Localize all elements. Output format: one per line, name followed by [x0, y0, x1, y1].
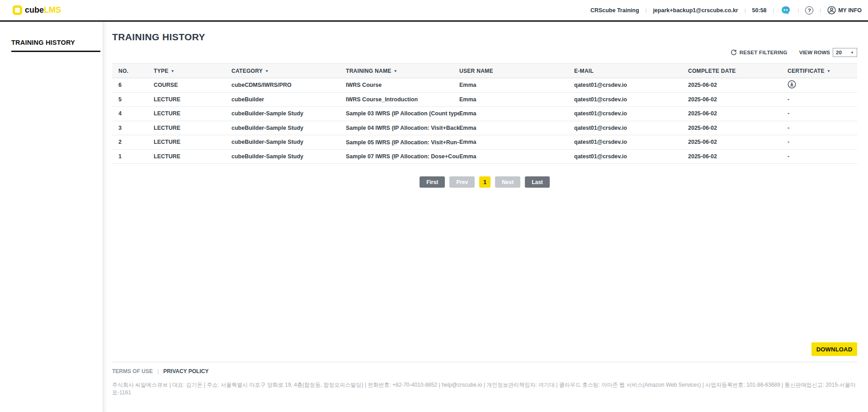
privacy-policy-link[interactable]: PRIVACY POLICY	[163, 368, 208, 374]
cell-user_name: Emma	[459, 121, 574, 135]
table-row: 1LECTUREcubeBuilder-Sample StudySample 0…	[112, 149, 857, 164]
help-icon[interactable]: ?	[805, 6, 813, 14]
logo-text-cube: cube	[25, 5, 44, 14]
cell-no: 3	[112, 121, 154, 135]
sidebar-item-training-history[interactable]: TRAINING HISTORY	[11, 38, 100, 52]
cell-training_name: Sample 05 IWRS (IP Allocation: Visit+Run…	[346, 135, 459, 150]
my-info-button[interactable]: MY INFO	[827, 6, 862, 14]
pagination: First Prev 1 Next Last	[112, 176, 857, 188]
cell-category: cubeCDMS/IWRS/PRO	[231, 78, 346, 93]
cell-type: LECTURE	[154, 92, 231, 107]
table-header-row: NO.TYPE▼CATEGORY▼TRAINING NAME▼USER NAME…	[112, 64, 857, 78]
my-info-label: MY INFO	[838, 7, 862, 14]
cell-certificate: -	[788, 135, 857, 150]
cell-category: cubeBuilder-Sample Study	[231, 121, 346, 135]
cell-training_name: IWRS Course_Introduction	[346, 92, 459, 107]
cell-no: 2	[112, 135, 154, 150]
column-header-complete_date: COMPLETE DATE	[688, 64, 788, 78]
pagination-page-1-button[interactable]: 1	[479, 176, 491, 188]
cell-certificate: -	[788, 149, 857, 164]
cell-type: COURSE	[154, 78, 231, 93]
table-controls: RESET FILTERING VIEW ROWS 20 ▼	[731, 48, 857, 57]
cell-type: LECTURE	[154, 121, 231, 135]
sort-filter-arrow-icon: ▼	[827, 69, 831, 73]
separator: |	[157, 368, 159, 374]
cell-email: qatest01@crsdev.io	[574, 135, 688, 150]
reset-filtering-label: RESET FILTERING	[740, 50, 788, 55]
table-row: 5LECTUREcubeBuilderIWRS Course_Introduct…	[112, 92, 857, 107]
chevron-down-icon: ▼	[850, 51, 854, 55]
main-content: TRAINING HISTORY RESET FILTERING VIEW RO…	[103, 22, 868, 412]
cell-user_name: Emma	[459, 135, 574, 150]
company-info-text: 주식회사 씨알에스큐브 | 대표: 김기돈 | 주소: 서울특별시 마포구 양화…	[112, 381, 857, 397]
cell-category: cubeBuilder-Sample Study	[231, 135, 346, 150]
column-header-email: E-MAIL	[574, 64, 688, 78]
cell-certificate: -	[788, 121, 857, 135]
logo-text: cubeLMS	[25, 5, 61, 15]
certificate-download-icon[interactable]	[788, 80, 796, 90]
column-header-user_name: USER NAME	[459, 64, 574, 78]
chatbot-icon[interactable]	[780, 5, 791, 16]
sidebar-item-label: TRAINING HISTORY	[11, 39, 75, 46]
cell-complete_date: 2025-06-02	[688, 149, 788, 164]
cell-complete_date: 2025-06-02	[688, 135, 788, 150]
topbar-right-group: CRScube Training | jepark+backup1@crscub…	[590, 5, 862, 16]
terms-of-use-link[interactable]: TERMS OF USE	[112, 368, 153, 374]
column-header-no: NO.	[112, 64, 154, 78]
separator: |	[797, 8, 799, 13]
cell-complete_date: 2025-06-02	[688, 121, 788, 135]
column-header-type[interactable]: TYPE▼	[154, 64, 231, 78]
cell-user_name: Emma	[459, 78, 574, 93]
cubelms-logo[interactable]: cubeLMS	[13, 5, 61, 15]
cell-user_name: Emma	[459, 149, 574, 164]
top-header-bar: cubeLMS CRScube Training | jepark+backup…	[0, 0, 868, 22]
view-rows-select[interactable]: 20 ▼	[833, 48, 857, 57]
footer: TERMS OF USE | PRIVACY POLICY 주식회사 씨알에스큐…	[112, 362, 857, 412]
column-header-certificate[interactable]: CERTIFICATE▼	[788, 64, 857, 78]
table-row: 4LECTUREcubeBuilder-Sample StudySample 0…	[112, 107, 857, 121]
table-row: 3LECTUREcubeBuilder-Sample StudySample 0…	[112, 121, 857, 135]
page-title: TRAINING HISTORY	[112, 31, 857, 43]
org-name: CRScube Training	[590, 7, 639, 14]
download-button[interactable]: DOWNLOAD	[811, 342, 857, 356]
view-rows-control: VIEW ROWS 20 ▼	[799, 48, 857, 57]
cell-training_name: Sample 03 IWRS (IP Allocation (Count typ…	[346, 107, 459, 121]
cell-type: LECTURE	[154, 149, 231, 164]
cell-no: 4	[112, 107, 154, 121]
column-header-category[interactable]: CATEGORY▼	[231, 64, 346, 78]
cell-user_name: Emma	[459, 107, 574, 121]
cell-no: 6	[112, 78, 154, 93]
pagination-next-button[interactable]: Next	[495, 176, 520, 188]
cell-email: qatest01@crsdev.io	[574, 107, 688, 121]
table-row: 2LECTUREcubeBuilder-Sample StudySample 0…	[112, 135, 857, 150]
page: cubeLMS CRScube Training | jepark+backup…	[0, 0, 868, 412]
cell-category: cubeBuilder-Sample Study	[231, 149, 346, 164]
cell-no: 1	[112, 149, 154, 164]
view-rows-value: 20	[836, 50, 842, 55]
cell-training_name: IWRS Course	[346, 78, 459, 93]
session-timer: 50:58	[752, 7, 767, 14]
reset-filtering-button[interactable]: RESET FILTERING	[731, 49, 788, 56]
pagination-last-button[interactable]: Last	[525, 176, 550, 188]
pagination-prev-button[interactable]: Prev	[449, 176, 475, 188]
sort-filter-arrow-icon: ▼	[394, 69, 398, 73]
cell-user_name: Emma	[459, 92, 574, 107]
cell-certificate: -	[788, 107, 857, 121]
cell-type: LECTURE	[154, 107, 231, 121]
main-header-row: TRAINING HISTORY RESET FILTERING VIEW RO…	[112, 31, 857, 63]
cell-email: qatest01@crsdev.io	[574, 121, 688, 135]
refresh-icon	[731, 49, 737, 56]
cell-complete_date: 2025-06-02	[688, 78, 788, 93]
cell-category: cubeBuilder	[231, 92, 346, 107]
cell-category: cubeBuilder-Sample Study	[231, 107, 346, 121]
cell-no: 5	[112, 92, 154, 107]
column-header-training_name[interactable]: TRAINING NAME▼	[346, 64, 459, 78]
pagination-first-button[interactable]: First	[420, 176, 445, 188]
cell-complete_date: 2025-06-02	[688, 107, 788, 121]
table-row: 6COURSEcubeCDMS/IWRS/PROIWRS CourseEmmaq…	[112, 78, 857, 93]
table-body: 6COURSEcubeCDMS/IWRS/PROIWRS CourseEmmaq…	[112, 78, 857, 164]
cell-complete_date: 2025-06-02	[688, 92, 788, 107]
training-history-table: NO.TYPE▼CATEGORY▼TRAINING NAME▼USER NAME…	[112, 63, 857, 164]
cell-training_name: Sample 07 IWRS (IP Allocation: Dose+Cou⋯	[346, 149, 459, 164]
cell-email: qatest01@crsdev.io	[574, 149, 688, 164]
